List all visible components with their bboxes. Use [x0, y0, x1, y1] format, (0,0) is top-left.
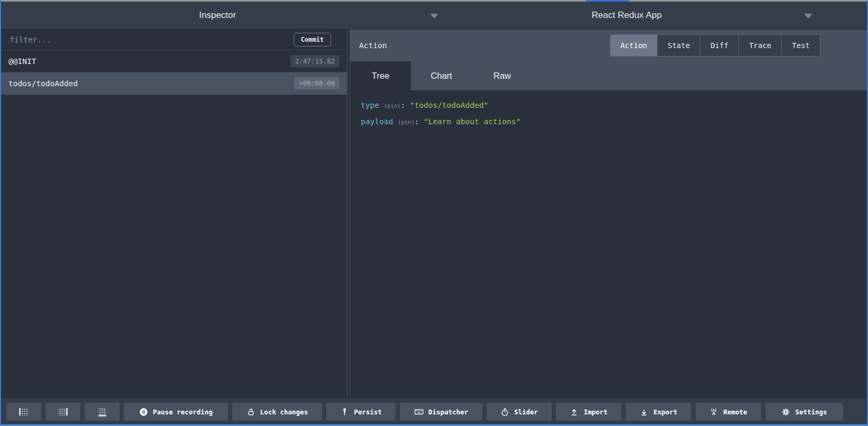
- dock-right-button[interactable]: [45, 403, 80, 421]
- settings-button[interactable]: Settings: [765, 403, 843, 421]
- action-timestamp: 2:47:15.82: [290, 55, 340, 67]
- action-name: todos/todoAdded: [8, 79, 78, 88]
- monitor-title: Inspector: [199, 10, 236, 21]
- dock-right-icon: [58, 408, 68, 415]
- action-name: @@INIT: [8, 57, 36, 66]
- button-label: Slider: [514, 408, 538, 416]
- download-icon: [639, 408, 648, 416]
- subtab-chart[interactable]: Chart: [411, 61, 472, 90]
- json-tree-row-payload: payload (pin): "Learn about actions": [361, 114, 862, 130]
- action-list-panel: Commit @@INIT 2:47:15.82 todos/todoAdded…: [1, 30, 348, 397]
- persist-button[interactable]: Persist: [326, 403, 396, 421]
- pin-icon: [340, 408, 349, 416]
- remote-button[interactable]: Remote: [696, 403, 761, 421]
- view-subtab-bar: Tree Chart Raw: [350, 61, 867, 90]
- subtab-tree[interactable]: Tree: [350, 61, 411, 90]
- button-label: Export: [653, 408, 677, 416]
- antenna-icon: [709, 408, 718, 416]
- dock-bottom-button[interactable]: [85, 403, 120, 421]
- pin-link[interactable]: (pin): [384, 103, 401, 109]
- section-title: Action: [359, 41, 387, 50]
- detail-tab-group: Action State Diff Trace Test: [610, 34, 820, 57]
- instance-title: React Redux App: [592, 10, 662, 21]
- lock-icon: [246, 408, 255, 416]
- stopwatch-icon: [500, 408, 509, 416]
- instance-select[interactable]: React Redux App: [450, 2, 867, 29]
- detail-header: Action Action State Diff Trace Test: [350, 30, 867, 61]
- dock-left-icon: [19, 408, 29, 415]
- button-label: Import: [583, 408, 607, 416]
- subtab-raw[interactable]: Raw: [472, 61, 533, 90]
- dispatcher-button[interactable]: Dispatcher: [400, 403, 482, 421]
- export-button[interactable]: Export: [626, 403, 691, 421]
- chevron-down-icon: [804, 14, 812, 18]
- button-label: Dispatcher: [428, 408, 468, 416]
- tab-diff[interactable]: Diff: [700, 35, 739, 56]
- upload-icon: [570, 408, 579, 416]
- commit-button[interactable]: Commit: [294, 33, 331, 47]
- redux-devtools-window: Inspector React Redux App Commit @@INIT …: [0, 0, 868, 426]
- button-label: Pause recording: [153, 408, 213, 416]
- devtools-header: Inspector React Redux App: [1, 2, 867, 30]
- action-row-todo-added[interactable]: todos/todoAdded +00:00.00: [1, 72, 347, 95]
- tab-trace[interactable]: Trace: [739, 35, 782, 56]
- lock-changes-button[interactable]: Lock changes: [232, 403, 322, 421]
- json-key: payload: [361, 117, 393, 126]
- action-timestamp: +00:00.00: [294, 77, 340, 89]
- filter-input[interactable]: [8, 35, 294, 44]
- filter-row: Commit: [1, 30, 347, 50]
- tab-action[interactable]: Action: [610, 35, 658, 56]
- inspector-detail-panel: Action Action State Diff Trace Test Tree…: [350, 30, 867, 397]
- monitor-select[interactable]: Inspector: [1, 2, 450, 29]
- pause-recording-button[interactable]: Pause recording: [124, 403, 228, 421]
- button-label: Remote: [723, 408, 747, 416]
- button-label: Settings: [795, 408, 827, 416]
- json-tree-row-type: type (pin): "todos/todoAdded": [361, 97, 862, 114]
- main-area: Commit @@INIT 2:47:15.82 todos/todoAdded…: [1, 30, 867, 397]
- tab-state[interactable]: State: [657, 35, 700, 56]
- pin-link[interactable]: (pin): [398, 119, 415, 125]
- gear-icon: [781, 408, 790, 416]
- tab-test[interactable]: Test: [782, 35, 820, 56]
- pause-icon: [139, 408, 148, 416]
- button-label: Persist: [354, 408, 382, 416]
- chevron-down-icon: [430, 14, 438, 18]
- colon: :: [400, 101, 405, 109]
- bottom-toolbar: Pause recording Lock changes Persist: [1, 397, 867, 425]
- json-tree: type (pin): "todos/todoAdded" payload (p…: [350, 90, 867, 397]
- dock-bottom-icon: [98, 408, 106, 416]
- action-row-init[interactable]: @@INIT 2:47:15.82: [1, 50, 347, 72]
- keyboard-icon: [414, 407, 424, 416]
- import-button[interactable]: Import: [556, 403, 622, 421]
- json-key: type: [361, 101, 379, 109]
- slider-button[interactable]: Slider: [487, 403, 552, 421]
- json-string-value: "todos/todoAdded": [410, 101, 488, 109]
- button-label: Lock changes: [260, 408, 308, 416]
- json-string-value: "Learn about actions": [424, 117, 520, 126]
- dock-left-button[interactable]: [6, 403, 41, 421]
- colon: :: [414, 117, 419, 126]
